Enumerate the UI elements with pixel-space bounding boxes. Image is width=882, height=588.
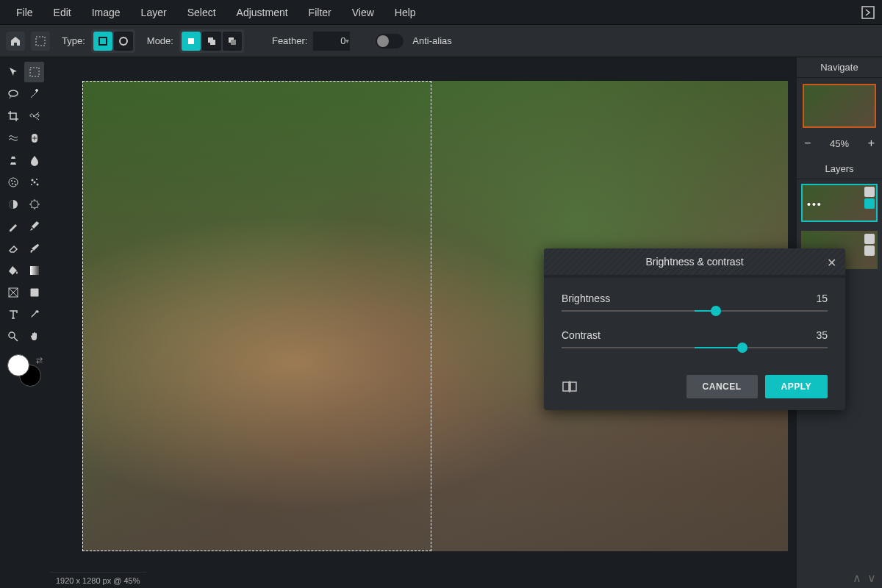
svg-point-13 <box>11 180 12 182</box>
sharpen-tool[interactable] <box>24 194 44 215</box>
type-ellipse[interactable] <box>114 32 133 51</box>
mode-subtract[interactable] <box>223 32 242 51</box>
sponge-tool[interactable] <box>3 172 23 193</box>
feather-input[interactable] <box>313 32 350 51</box>
navigate-panel-header[interactable]: Navigate <box>797 57 882 78</box>
dialog-header[interactable]: Brightness & contrast ✕ <box>544 248 845 278</box>
gradient-tool[interactable] <box>24 260 44 281</box>
wand-tool[interactable] <box>24 84 44 104</box>
svg-point-20 <box>31 184 32 185</box>
feather-label: Feather: <box>272 35 307 46</box>
svg-rect-28 <box>570 382 576 391</box>
layers-panel-header[interactable]: Layers <box>797 159 882 179</box>
svg-point-26 <box>9 332 15 338</box>
brightness-slider-thumb[interactable] <box>711 306 721 316</box>
svg-point-19 <box>33 182 35 184</box>
svg-point-15 <box>12 183 13 184</box>
dodge-tool[interactable] <box>3 194 23 215</box>
svg-rect-24 <box>30 266 39 275</box>
hand-tool[interactable] <box>24 326 44 347</box>
zoom-in-button[interactable]: + <box>868 137 875 150</box>
cutout-tool[interactable] <box>24 106 44 126</box>
antialias-label: Anti-alias <box>412 35 451 46</box>
lasso-tool[interactable] <box>3 84 23 104</box>
type-label: Type: <box>62 35 85 46</box>
svg-point-21 <box>36 184 38 186</box>
move-tool[interactable] <box>3 62 23 82</box>
home-button[interactable] <box>6 32 25 51</box>
cancel-button[interactable]: CANCEL <box>686 375 758 398</box>
svg-rect-4 <box>188 38 194 44</box>
svg-point-18 <box>36 179 37 180</box>
layer-image-icon <box>864 187 875 197</box>
toolbar: ⇄ <box>0 57 47 588</box>
optionsbar: Type: Mode: Feather: ▾ Anti-alias <box>0 25 882 57</box>
menu-view[interactable]: View <box>342 2 384 23</box>
zoom-value: 45% <box>830 138 849 149</box>
mode-label: Mode: <box>147 35 173 46</box>
contrast-slider[interactable] <box>562 347 828 348</box>
menubar: File Edit Image Layer Select Adjustment … <box>0 0 882 25</box>
mode-add[interactable] <box>202 32 221 51</box>
apply-button[interactable]: APPLY <box>765 375 828 398</box>
contrast-slider-thumb[interactable] <box>737 343 747 353</box>
menu-adjustment[interactable]: Adjustment <box>226 2 298 23</box>
frame-tool[interactable] <box>24 282 44 303</box>
blur-tool[interactable] <box>24 150 44 171</box>
marquee-tool[interactable] <box>24 62 44 82</box>
zoom-tool[interactable] <box>3 326 23 347</box>
svg-rect-2 <box>99 37 107 45</box>
menu-layer[interactable]: Layer <box>131 2 177 23</box>
eyedropper-tool[interactable] <box>24 304 44 325</box>
menu-filter[interactable]: Filter <box>298 2 342 23</box>
layer-image-icon <box>864 234 875 244</box>
fill-tool[interactable] <box>3 260 23 281</box>
contrast-label: Contrast <box>562 329 600 341</box>
pen-tool[interactable] <box>3 216 23 237</box>
svg-point-17 <box>31 179 33 182</box>
swap-colors-icon[interactable]: ⇄ <box>36 356 43 365</box>
disperse-tool[interactable] <box>24 172 44 193</box>
marquee-tool-icon[interactable] <box>31 32 50 51</box>
layer-down-icon[interactable]: ∨ <box>867 571 876 585</box>
shape-tool[interactable] <box>3 282 23 303</box>
svg-rect-9 <box>30 68 39 76</box>
close-icon[interactable]: ✕ <box>827 256 836 270</box>
menu-file[interactable]: File <box>6 2 43 23</box>
menu-help[interactable]: Help <box>384 2 426 23</box>
navigate-thumbnail[interactable] <box>803 84 876 128</box>
layer-visible-icon[interactable] <box>864 245 875 256</box>
svg-rect-27 <box>563 382 569 391</box>
text-tool[interactable] <box>3 304 23 325</box>
svg-rect-8 <box>231 40 236 45</box>
antialias-toggle[interactable] <box>376 34 404 49</box>
mode-replace[interactable] <box>182 32 201 51</box>
type-rectangle[interactable] <box>93 32 112 51</box>
menu-image[interactable]: Image <box>82 2 131 23</box>
svg-rect-1 <box>36 37 45 46</box>
heal-tool[interactable] <box>24 128 44 148</box>
brightness-slider[interactable] <box>562 310 828 312</box>
layer-up-icon[interactable]: ∧ <box>853 571 861 585</box>
replace-color-tool[interactable] <box>24 238 44 259</box>
brush-tool[interactable] <box>24 216 44 237</box>
menu-select[interactable]: Select <box>177 2 226 23</box>
liquify-tool[interactable] <box>3 128 23 148</box>
dialog-title: Brightness & contrast <box>645 256 743 268</box>
svg-point-16 <box>15 184 16 185</box>
crop-tool[interactable] <box>3 106 23 126</box>
foreground-color[interactable] <box>7 354 29 376</box>
menu-edit[interactable]: Edit <box>43 2 82 23</box>
layer-visible-icon[interactable] <box>864 198 875 209</box>
svg-point-14 <box>14 181 15 182</box>
brightness-value: 15 <box>816 293 828 304</box>
svg-point-3 <box>120 37 127 45</box>
eraser-tool[interactable] <box>3 238 23 259</box>
svg-point-12 <box>9 178 18 187</box>
panel-toggle-icon[interactable] <box>860 4 876 21</box>
svg-rect-0 <box>862 7 874 18</box>
clone-tool[interactable] <box>3 150 23 171</box>
compare-icon[interactable] <box>562 379 578 395</box>
layer-1[interactable]: ••• <box>801 184 878 222</box>
zoom-out-button[interactable]: − <box>804 137 811 150</box>
